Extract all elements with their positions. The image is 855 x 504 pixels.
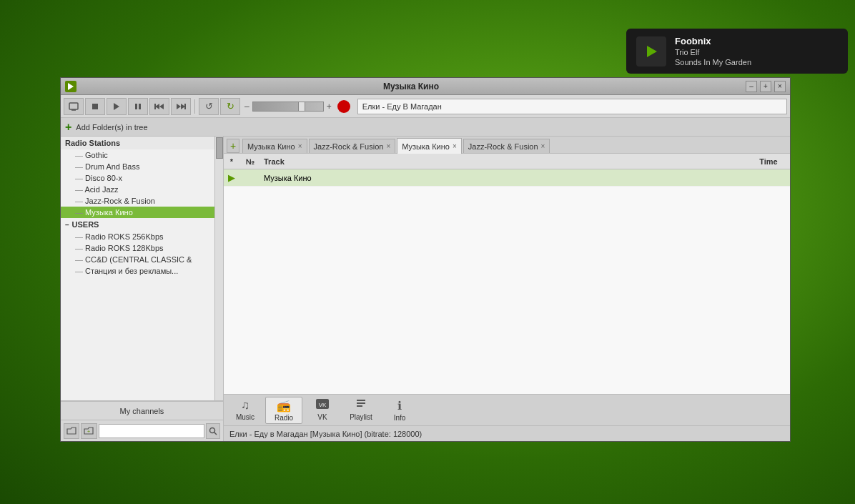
svg-marker-1 — [68, 83, 74, 90]
notification-song: Sounds In My Garden — [675, 58, 751, 66]
playlist-tabs: + Музыка Кино × Jazz-Rock & Fusion × Муз… — [224, 137, 790, 154]
sidebar-scrollbar[interactable] — [214, 137, 223, 400]
tab-close-icon[interactable]: × — [453, 142, 457, 150]
playlist-icon — [355, 399, 367, 412]
playlist-tab-jazz-2[interactable]: Jazz-Rock & Fusion × — [463, 139, 550, 153]
header-track: Track — [261, 157, 747, 166]
tab-vk-label: VK — [317, 413, 327, 421]
sidebar-folder-btn[interactable] — [64, 423, 79, 439]
main-window: Музыка Кино – + × ↺ ↻ – — [60, 77, 791, 442]
sidebar-item-gothic[interactable]: Gothic — [61, 149, 223, 161]
status-bar: Елки - Еду в Магадан [Музыка Кино] (bitr… — [224, 425, 790, 441]
maximize-button[interactable]: + — [760, 81, 771, 92]
add-folder-label: Add Folder(s) in tree — [76, 123, 147, 132]
svg-rect-13 — [184, 104, 186, 109]
svg-rect-6 — [135, 104, 137, 109]
playlist-tab-muzyka-kino-1[interactable]: Музыка Кино × — [242, 139, 307, 153]
toolbar: ↺ ↻ – + Елки - Еду В Магадан — [61, 95, 790, 118]
playing-arrow-icon: ▶ — [224, 172, 239, 183]
tab-playlist[interactable]: Playlist — [342, 397, 380, 424]
svg-line-16 — [214, 432, 217, 435]
svg-marker-12 — [177, 104, 181, 109]
toolbar-sep-1 — [194, 99, 195, 114]
sidebar-item-radio-roks-256[interactable]: Radio ROKS 256Kbps — [61, 231, 223, 242]
sidebar-tree: Radio Stations Gothic Drum And Bass Disc… — [61, 137, 223, 401]
volume-plus-icon: + — [327, 102, 332, 112]
volume-thumb — [298, 102, 305, 112]
pause-btn[interactable] — [128, 98, 148, 115]
tab-radio-label: Radio — [275, 414, 293, 422]
notification-app-name: Foobnix — [675, 36, 751, 46]
track-row[interactable]: ▶ Музыка Кино — [224, 169, 790, 187]
playlist-tab-jazz-1[interactable]: Jazz-Rock & Fusion × — [309, 139, 396, 153]
window-controls: – + × — [746, 81, 786, 92]
collapse-icon: – — [65, 221, 69, 229]
tab-label: Музыка Кино — [247, 142, 295, 151]
tab-close-icon[interactable]: × — [386, 142, 390, 150]
tab-close-icon[interactable]: × — [541, 142, 545, 150]
notification-popup: Foobnix Trio Elf Sounds In My Garden — [626, 29, 848, 74]
window-title: Музыка Кино — [76, 81, 746, 92]
sidebar-search-input[interactable] — [99, 424, 204, 438]
header-star: * — [224, 157, 239, 166]
sidebar: Radio Stations Gothic Drum And Bass Disc… — [61, 137, 224, 441]
notification-app-icon — [636, 36, 666, 66]
tab-info[interactable]: ℹ Info — [381, 397, 418, 424]
title-bar: Музыка Кино – + × — [61, 78, 790, 95]
track-list-header: * № Track Time — [224, 154, 790, 169]
sidebar-search-button[interactable] — [206, 423, 220, 439]
next-btn[interactable] — [171, 98, 191, 115]
svg-rect-2 — [69, 103, 78, 109]
sidebar-item-jazz-rock[interactable]: Jazz-Rock & Fusion — [61, 195, 223, 207]
svg-rect-4 — [92, 104, 98, 109]
app-icon — [65, 81, 76, 92]
minimize-button[interactable]: – — [746, 81, 757, 92]
my-channels-button[interactable]: My channels — [61, 401, 223, 420]
playlist-tab-muzyka-kino-2[interactable]: Музыка Кино × — [397, 138, 462, 154]
add-folder-icon[interactable]: + — [65, 121, 71, 134]
add-playlist-button[interactable]: + — [227, 139, 239, 153]
tab-music[interactable]: ♫ Music — [227, 397, 264, 424]
svg-marker-0 — [647, 46, 657, 57]
sidebar-item-stantsiya[interactable]: Станция и без рекламы... — [61, 265, 223, 277]
radio-stations-header[interactable]: Radio Stations — [61, 137, 223, 149]
tab-info-label: Info — [394, 414, 406, 422]
record-button[interactable] — [337, 100, 350, 113]
status-text: Елки - Еду в Магадан [Музыка Кино] (bitr… — [229, 430, 422, 438]
sidebar-item-drum-and-bass[interactable]: Drum And Bass — [61, 161, 223, 172]
header-time: Time — [747, 157, 790, 166]
sidebar-item-disco[interactable]: Disco 80-x — [61, 172, 223, 184]
volume-slider[interactable] — [252, 102, 324, 112]
svg-point-15 — [209, 428, 214, 433]
stop-btn[interactable] — [85, 98, 105, 115]
sidebar-item-radio-roks-128[interactable]: Radio ROKS 128Kbps — [61, 242, 223, 254]
sidebar-item-muzyka-kino[interactable]: Музыка Кино — [61, 207, 223, 218]
tab-music-label: Music — [236, 413, 254, 421]
notification-track: Trio Elf — [675, 48, 751, 56]
right-panel: + Музыка Кино × Jazz-Rock & Fusion × Муз… — [224, 137, 790, 441]
sidebar-scroll-thumb — [216, 137, 223, 159]
loading-btn[interactable]: ↻ — [220, 98, 240, 115]
screen-btn[interactable] — [64, 98, 84, 115]
svg-rect-7 — [139, 104, 141, 109]
content-area: Radio Stations Gothic Drum And Bass Disc… — [61, 137, 790, 441]
sidebar-item-ccd[interactable]: CC&D (CENTRAL CLASSIC & — [61, 254, 223, 265]
svg-text:+: + — [87, 429, 90, 434]
header-num: № — [239, 157, 261, 166]
track-list: ▶ Музыка Кино — [224, 169, 790, 394]
sidebar-item-acid-jazz[interactable]: Acid Jazz — [61, 184, 223, 195]
track-name: Музыка Кино — [261, 174, 747, 182]
refresh-btn[interactable]: ↺ — [199, 98, 219, 115]
prev-btn[interactable] — [149, 98, 169, 115]
tab-radio[interactable]: 📻 Radio — [265, 397, 302, 424]
close-button[interactable]: × — [774, 81, 786, 92]
tab-label: Jazz-Rock & Fusion — [468, 142, 538, 151]
notification-text-area: Foobnix Trio Elf Sounds In My Garden — [675, 36, 751, 66]
users-section-header[interactable]: – USERS — [61, 218, 223, 231]
track-info-display: Елки - Еду В Магадан — [357, 99, 787, 114]
tab-label: Музыка Кино — [402, 142, 450, 151]
tab-vk[interactable]: VK VK — [304, 397, 341, 424]
tab-close-icon[interactable]: × — [298, 142, 302, 150]
play-btn[interactable] — [107, 98, 127, 115]
sidebar-new-folder-btn[interactable]: + — [81, 423, 97, 439]
